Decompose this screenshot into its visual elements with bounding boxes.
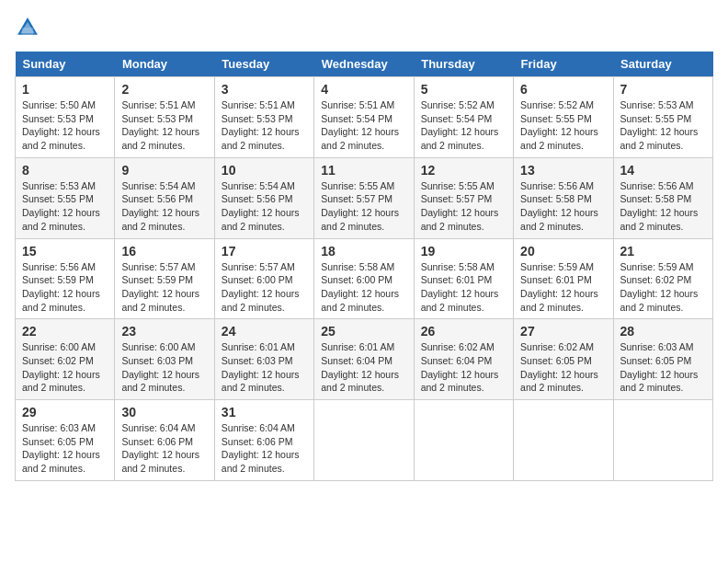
day-number: 26 (421, 324, 506, 339)
day-number: 22 (22, 324, 108, 339)
day-info: Sunrise: 5:57 AMSunset: 5:59 PMDaylight:… (121, 261, 199, 313)
calendar-cell: 5 Sunrise: 5:52 AMSunset: 5:54 PMDayligh… (414, 77, 513, 158)
calendar-cell: 20 Sunrise: 5:59 AMSunset: 6:01 PMDaylig… (514, 238, 613, 319)
calendar-cell: 6 Sunrise: 5:52 AMSunset: 5:55 PMDayligh… (514, 77, 613, 158)
calendar-cell: 24 Sunrise: 6:01 AMSunset: 6:03 PMDaylig… (214, 319, 313, 400)
day-info: Sunrise: 5:58 AMSunset: 6:00 PMDaylight:… (321, 261, 399, 313)
day-info: Sunrise: 5:51 AMSunset: 5:53 PMDaylight:… (121, 99, 199, 151)
day-number: 31 (222, 405, 307, 419)
day-number: 13 (520, 163, 606, 178)
day-info: Sunrise: 5:56 AMSunset: 5:58 PMDaylight:… (620, 180, 699, 232)
day-info: Sunrise: 5:56 AMSunset: 5:59 PMDaylight:… (22, 261, 100, 313)
day-info: Sunrise: 5:52 AMSunset: 5:55 PMDaylight:… (520, 99, 598, 151)
calendar-cell: 31 Sunrise: 6:04 AMSunset: 6:06 PMDaylig… (214, 400, 313, 481)
day-number: 19 (421, 244, 506, 259)
calendar-week-2: 8 Sunrise: 5:53 AMSunset: 5:55 PMDayligh… (16, 157, 713, 238)
day-number: 11 (321, 163, 406, 178)
calendar-cell: 11 Sunrise: 5:55 AMSunset: 5:57 PMDaylig… (314, 157, 414, 238)
day-number: 15 (22, 244, 108, 259)
day-number: 4 (321, 82, 406, 97)
day-number: 28 (620, 324, 706, 339)
day-number: 20 (520, 244, 606, 259)
day-number: 17 (222, 244, 307, 259)
day-number: 6 (520, 82, 606, 97)
day-info: Sunrise: 5:58 AMSunset: 6:01 PMDaylight:… (421, 261, 499, 313)
day-info: Sunrise: 5:56 AMSunset: 5:58 PMDaylight:… (520, 180, 598, 232)
day-number: 16 (121, 244, 207, 259)
day-number: 29 (22, 405, 108, 419)
column-header-monday: Monday (115, 52, 214, 77)
calendar-cell: 22 Sunrise: 6:00 AMSunset: 6:02 PMDaylig… (16, 319, 115, 400)
day-number: 8 (22, 163, 108, 178)
day-number: 21 (620, 244, 706, 259)
calendar-cell: 17 Sunrise: 5:57 AMSunset: 6:00 PMDaylig… (214, 238, 313, 319)
day-number: 12 (421, 163, 506, 178)
day-number: 18 (321, 244, 406, 259)
calendar-cell: 9 Sunrise: 5:54 AMSunset: 5:56 PMDayligh… (115, 157, 214, 238)
column-header-tuesday: Tuesday (214, 52, 313, 77)
calendar-cell: 29 Sunrise: 6:03 AMSunset: 6:05 PMDaylig… (16, 400, 115, 481)
day-info: Sunrise: 5:51 AMSunset: 5:53 PMDaylight:… (222, 99, 300, 151)
calendar-cell: 4 Sunrise: 5:51 AMSunset: 5:54 PMDayligh… (314, 77, 414, 158)
day-info: Sunrise: 6:04 AMSunset: 6:06 PMDaylight:… (121, 422, 199, 474)
calendar-cell: 12 Sunrise: 5:55 AMSunset: 5:57 PMDaylig… (414, 157, 513, 238)
day-info: Sunrise: 5:55 AMSunset: 5:57 PMDaylight:… (421, 180, 499, 232)
calendar-week-1: 1 Sunrise: 5:50 AMSunset: 5:53 PMDayligh… (16, 77, 713, 158)
logo (15, 15, 44, 40)
day-number: 25 (321, 324, 406, 339)
column-header-wednesday: Wednesday (314, 52, 414, 77)
day-info: Sunrise: 6:01 AMSunset: 6:04 PMDaylight:… (321, 341, 399, 393)
day-info: Sunrise: 5:54 AMSunset: 5:56 PMDaylight:… (222, 180, 300, 232)
calendar-cell: 15 Sunrise: 5:56 AMSunset: 5:59 PMDaylig… (16, 238, 115, 319)
calendar-cell: 23 Sunrise: 6:00 AMSunset: 6:03 PMDaylig… (115, 319, 214, 400)
day-info: Sunrise: 6:00 AMSunset: 6:03 PMDaylight:… (121, 341, 199, 393)
column-header-thursday: Thursday (414, 52, 513, 77)
calendar-cell: 13 Sunrise: 5:56 AMSunset: 5:58 PMDaylig… (514, 157, 613, 238)
day-info: Sunrise: 6:04 AMSunset: 6:06 PMDaylight:… (222, 422, 300, 474)
calendar-table: SundayMondayTuesdayWednesdayThursdayFrid… (15, 52, 713, 481)
calendar-cell: 2 Sunrise: 5:51 AMSunset: 5:53 PMDayligh… (115, 77, 214, 158)
column-header-saturday: Saturday (613, 52, 712, 77)
calendar-cell (414, 400, 513, 481)
calendar-cell: 30 Sunrise: 6:04 AMSunset: 6:06 PMDaylig… (115, 400, 214, 481)
day-info: Sunrise: 5:59 AMSunset: 6:01 PMDaylight:… (520, 261, 598, 313)
calendar-week-5: 29 Sunrise: 6:03 AMSunset: 6:05 PMDaylig… (16, 400, 713, 481)
day-info: Sunrise: 5:53 AMSunset: 5:55 PMDaylight:… (620, 99, 699, 151)
calendar-cell (514, 400, 613, 481)
day-info: Sunrise: 5:53 AMSunset: 5:55 PMDaylight:… (22, 180, 100, 232)
day-info: Sunrise: 5:57 AMSunset: 6:00 PMDaylight:… (222, 261, 300, 313)
day-number: 2 (121, 82, 207, 97)
calendar-cell: 16 Sunrise: 5:57 AMSunset: 5:59 PMDaylig… (115, 238, 214, 319)
day-info: Sunrise: 5:54 AMSunset: 5:56 PMDaylight:… (121, 180, 199, 232)
calendar-cell: 3 Sunrise: 5:51 AMSunset: 5:53 PMDayligh… (214, 77, 313, 158)
day-number: 3 (222, 82, 307, 97)
day-number: 10 (222, 163, 307, 178)
calendar-cell: 1 Sunrise: 5:50 AMSunset: 5:53 PMDayligh… (16, 77, 115, 158)
day-number: 9 (121, 163, 207, 178)
day-number: 24 (222, 324, 307, 339)
calendar-cell: 26 Sunrise: 6:02 AMSunset: 6:04 PMDaylig… (414, 319, 513, 400)
calendar-cell (613, 400, 712, 481)
calendar-cell: 21 Sunrise: 5:59 AMSunset: 6:02 PMDaylig… (613, 238, 712, 319)
day-info: Sunrise: 5:55 AMSunset: 5:57 PMDaylight:… (321, 180, 399, 232)
day-info: Sunrise: 6:01 AMSunset: 6:03 PMDaylight:… (222, 341, 300, 393)
calendar-cell: 8 Sunrise: 5:53 AMSunset: 5:55 PMDayligh… (16, 157, 115, 238)
column-header-sunday: Sunday (16, 52, 115, 77)
calendar-week-4: 22 Sunrise: 6:00 AMSunset: 6:02 PMDaylig… (16, 319, 713, 400)
day-info: Sunrise: 6:02 AMSunset: 6:04 PMDaylight:… (421, 341, 499, 393)
day-info: Sunrise: 5:51 AMSunset: 5:54 PMDaylight:… (321, 99, 399, 151)
day-number: 5 (421, 82, 506, 97)
day-number: 30 (121, 405, 207, 419)
calendar-cell: 7 Sunrise: 5:53 AMSunset: 5:55 PMDayligh… (613, 77, 712, 158)
day-number: 23 (121, 324, 207, 339)
calendar-cell (314, 400, 414, 481)
day-number: 14 (620, 163, 706, 178)
calendar-week-3: 15 Sunrise: 5:56 AMSunset: 5:59 PMDaylig… (16, 238, 713, 319)
day-number: 1 (22, 82, 108, 97)
calendar-cell: 27 Sunrise: 6:02 AMSunset: 6:05 PMDaylig… (514, 319, 613, 400)
day-info: Sunrise: 6:00 AMSunset: 6:02 PMDaylight:… (22, 341, 100, 393)
day-info: Sunrise: 5:59 AMSunset: 6:02 PMDaylight:… (620, 261, 699, 313)
day-number: 27 (520, 324, 606, 339)
calendar-cell: 28 Sunrise: 6:03 AMSunset: 6:05 PMDaylig… (613, 319, 712, 400)
header-row: SundayMondayTuesdayWednesdayThursdayFrid… (16, 52, 713, 77)
